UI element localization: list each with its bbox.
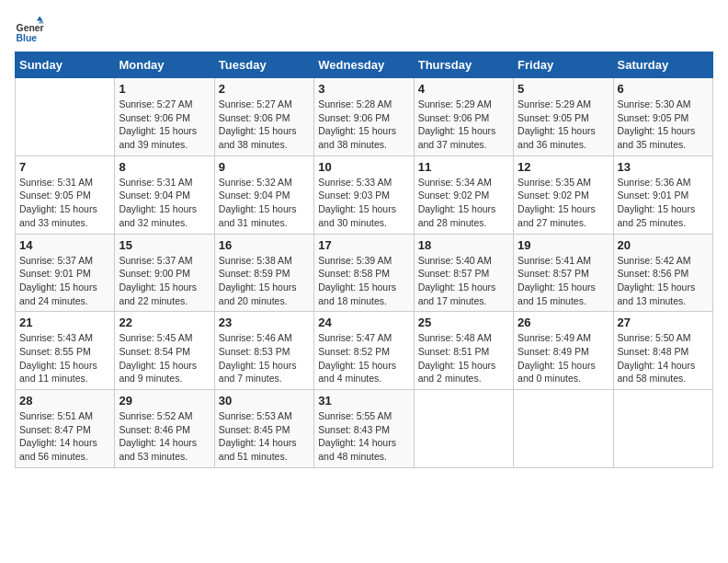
day-number: 8: [119, 160, 210, 174]
day-number: 29: [119, 394, 210, 408]
day-info: Sunrise: 5:52 AM Sunset: 8:46 PM Dayligh…: [119, 409, 210, 464]
day-number: 10: [318, 160, 409, 174]
calendar-cell: 12Sunrise: 5:35 AM Sunset: 9:02 PM Dayli…: [514, 155, 613, 234]
day-info: Sunrise: 5:37 AM Sunset: 9:00 PM Dayligh…: [119, 254, 210, 308]
day-info: Sunrise: 5:31 AM Sunset: 9:04 PM Dayligh…: [119, 176, 210, 230]
day-info: Sunrise: 5:41 AM Sunset: 8:57 PM Dayligh…: [518, 254, 609, 308]
week-row-5: 28Sunrise: 5:51 AM Sunset: 8:47 PM Dayli…: [16, 390, 713, 468]
calendar-cell: 4Sunrise: 5:29 AM Sunset: 9:06 PM Daylig…: [414, 78, 513, 156]
day-info: Sunrise: 5:35 AM Sunset: 9:02 PM Dayligh…: [518, 176, 609, 230]
week-row-4: 21Sunrise: 5:43 AM Sunset: 8:55 PM Dayli…: [16, 312, 713, 390]
day-info: Sunrise: 5:27 AM Sunset: 9:06 PM Dayligh…: [119, 98, 210, 152]
day-number: 21: [19, 316, 110, 329]
day-info: Sunrise: 5:43 AM Sunset: 8:55 PM Dayligh…: [19, 331, 110, 385]
day-info: Sunrise: 5:31 AM Sunset: 9:05 PM Dayligh…: [19, 176, 110, 230]
day-number: 20: [618, 238, 709, 252]
day-info: Sunrise: 5:34 AM Sunset: 9:02 PM Dayligh…: [418, 176, 509, 230]
calendar-cell: 14Sunrise: 5:37 AM Sunset: 9:01 PM Dayli…: [16, 234, 115, 312]
day-number: 17: [318, 238, 409, 252]
weekday-header-row: SundayMondayTuesdayWednesdayThursdayFrid…: [16, 52, 713, 78]
calendar-cell: 21Sunrise: 5:43 AM Sunset: 8:55 PM Dayli…: [16, 312, 115, 390]
day-number: 19: [518, 238, 609, 252]
day-number: 24: [318, 316, 409, 329]
day-number: 1: [119, 82, 210, 96]
day-info: Sunrise: 5:29 AM Sunset: 9:06 PM Dayligh…: [418, 98, 509, 152]
day-number: 5: [518, 82, 609, 96]
day-number: 26: [518, 316, 609, 329]
calendar-cell: 22Sunrise: 5:45 AM Sunset: 8:54 PM Dayli…: [115, 312, 214, 390]
day-number: 2: [219, 82, 310, 96]
calendar-cell: [613, 390, 712, 468]
svg-marker-2: [37, 17, 42, 21]
svg-text:General: General: [17, 23, 44, 33]
calendar-cell: 15Sunrise: 5:37 AM Sunset: 9:00 PM Dayli…: [115, 234, 214, 312]
calendar-cell: 8Sunrise: 5:31 AM Sunset: 9:04 PM Daylig…: [115, 155, 214, 234]
calendar-cell: 5Sunrise: 5:29 AM Sunset: 9:05 PM Daylig…: [514, 78, 613, 156]
calendar-cell: 17Sunrise: 5:39 AM Sunset: 8:58 PM Dayli…: [314, 234, 414, 312]
day-number: 7: [19, 160, 110, 174]
day-number: 15: [119, 238, 210, 252]
day-number: 28: [19, 394, 110, 408]
weekday-header-monday: Monday: [115, 52, 214, 78]
calendar-cell: 16Sunrise: 5:38 AM Sunset: 8:59 PM Dayli…: [214, 234, 313, 312]
calendar-cell: 19Sunrise: 5:41 AM Sunset: 8:57 PM Dayli…: [514, 234, 613, 312]
day-info: Sunrise: 5:37 AM Sunset: 9:01 PM Dayligh…: [19, 254, 110, 308]
day-number: 11: [418, 160, 509, 174]
calendar-cell: 28Sunrise: 5:51 AM Sunset: 8:47 PM Dayli…: [16, 390, 115, 468]
day-number: 18: [418, 238, 509, 252]
week-row-2: 7Sunrise: 5:31 AM Sunset: 9:05 PM Daylig…: [16, 155, 713, 234]
day-info: Sunrise: 5:28 AM Sunset: 9:06 PM Dayligh…: [318, 98, 409, 152]
weekday-header-wednesday: Wednesday: [314, 52, 414, 78]
weekday-header-thursday: Thursday: [414, 52, 513, 78]
day-info: Sunrise: 5:32 AM Sunset: 9:04 PM Dayligh…: [219, 176, 310, 230]
day-number: 30: [219, 394, 310, 408]
calendar-cell: [514, 390, 613, 468]
calendar-cell: 30Sunrise: 5:53 AM Sunset: 8:45 PM Dayli…: [214, 390, 313, 468]
day-number: 6: [618, 82, 709, 96]
weekday-header-tuesday: Tuesday: [214, 52, 313, 78]
calendar-cell: 25Sunrise: 5:48 AM Sunset: 8:51 PM Dayli…: [414, 312, 513, 390]
day-info: Sunrise: 5:36 AM Sunset: 9:01 PM Dayligh…: [618, 176, 709, 230]
logo: General Blue: [15, 15, 48, 44]
day-info: Sunrise: 5:50 AM Sunset: 8:48 PM Dayligh…: [618, 331, 709, 385]
day-number: 22: [119, 316, 210, 329]
day-number: 12: [518, 160, 609, 174]
day-info: Sunrise: 5:48 AM Sunset: 8:51 PM Dayligh…: [418, 331, 509, 385]
page-header: General Blue: [15, 15, 713, 44]
day-info: Sunrise: 5:27 AM Sunset: 9:06 PM Dayligh…: [219, 98, 310, 152]
day-number: 13: [618, 160, 709, 174]
calendar-cell: 7Sunrise: 5:31 AM Sunset: 9:05 PM Daylig…: [16, 155, 115, 234]
weekday-header-saturday: Saturday: [613, 52, 712, 78]
calendar-cell: 23Sunrise: 5:46 AM Sunset: 8:53 PM Dayli…: [214, 312, 313, 390]
day-info: Sunrise: 5:47 AM Sunset: 8:52 PM Dayligh…: [318, 331, 409, 385]
weekday-header-friday: Friday: [514, 52, 613, 78]
calendar-cell: 1Sunrise: 5:27 AM Sunset: 9:06 PM Daylig…: [115, 78, 214, 156]
day-number: 4: [418, 82, 509, 96]
logo-icon: General Blue: [15, 15, 44, 44]
calendar-cell: 24Sunrise: 5:47 AM Sunset: 8:52 PM Dayli…: [314, 312, 414, 390]
calendar-cell: [16, 78, 115, 156]
calendar-cell: 9Sunrise: 5:32 AM Sunset: 9:04 PM Daylig…: [214, 155, 313, 234]
calendar-cell: 10Sunrise: 5:33 AM Sunset: 9:03 PM Dayli…: [314, 155, 414, 234]
calendar-table: SundayMondayTuesdayWednesdayThursdayFrid…: [15, 52, 713, 468]
day-info: Sunrise: 5:49 AM Sunset: 8:49 PM Dayligh…: [518, 331, 609, 385]
calendar-cell: 29Sunrise: 5:52 AM Sunset: 8:46 PM Dayli…: [115, 390, 214, 468]
svg-text:Blue: Blue: [17, 33, 38, 43]
calendar-cell: 2Sunrise: 5:27 AM Sunset: 9:06 PM Daylig…: [214, 78, 313, 156]
week-row-1: 1Sunrise: 5:27 AM Sunset: 9:06 PM Daylig…: [16, 78, 713, 156]
day-number: 31: [318, 394, 409, 408]
calendar-cell: [414, 390, 513, 468]
calendar-cell: 13Sunrise: 5:36 AM Sunset: 9:01 PM Dayli…: [613, 155, 712, 234]
day-info: Sunrise: 5:42 AM Sunset: 8:56 PM Dayligh…: [618, 254, 709, 308]
day-info: Sunrise: 5:39 AM Sunset: 8:58 PM Dayligh…: [318, 254, 409, 308]
calendar-cell: 26Sunrise: 5:49 AM Sunset: 8:49 PM Dayli…: [514, 312, 613, 390]
week-row-3: 14Sunrise: 5:37 AM Sunset: 9:01 PM Dayli…: [16, 234, 713, 312]
day-info: Sunrise: 5:55 AM Sunset: 8:43 PM Dayligh…: [318, 409, 409, 464]
calendar-cell: 6Sunrise: 5:30 AM Sunset: 9:05 PM Daylig…: [613, 78, 712, 156]
day-info: Sunrise: 5:51 AM Sunset: 8:47 PM Dayligh…: [19, 409, 110, 464]
calendar-cell: 31Sunrise: 5:55 AM Sunset: 8:43 PM Dayli…: [314, 390, 414, 468]
calendar-cell: 11Sunrise: 5:34 AM Sunset: 9:02 PM Dayli…: [414, 155, 513, 234]
day-number: 16: [219, 238, 310, 252]
day-info: Sunrise: 5:38 AM Sunset: 8:59 PM Dayligh…: [219, 254, 310, 308]
weekday-header-sunday: Sunday: [16, 52, 115, 78]
